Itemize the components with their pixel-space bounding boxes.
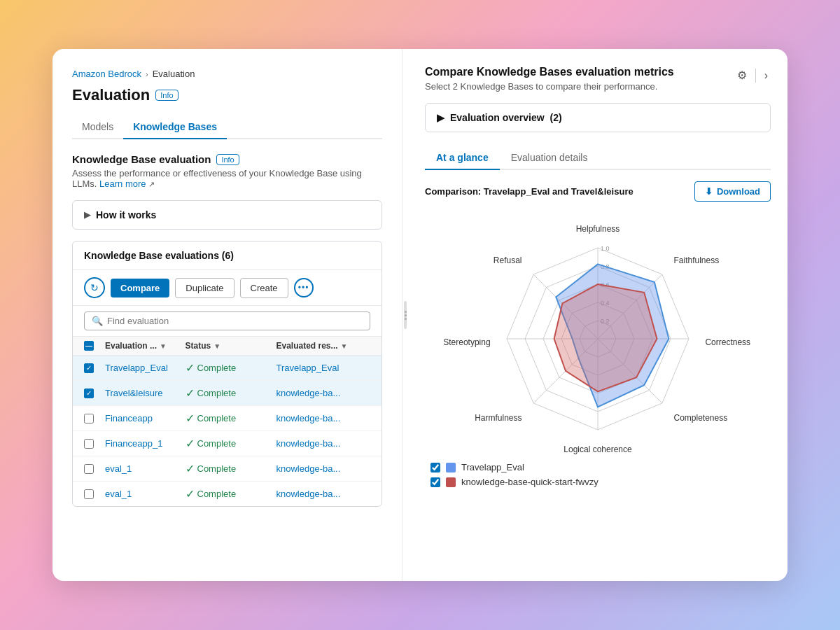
svg-text:Logical coherence: Logical coherence — [564, 444, 632, 454]
comparison-label: Comparison: Travelapp_Eval and Travel&le… — [425, 186, 634, 197]
col-status-label: Status — [186, 341, 211, 351]
page-title-area: Evaluation Info — [72, 86, 382, 104]
refresh-button[interactable]: ↻ — [84, 277, 105, 298]
search-icon: 🔍 — [92, 316, 103, 326]
breadcrumb-parent[interactable]: Amazon Bedrock — [72, 69, 141, 79]
right-panel-subtitle: Select 2 Knowledge Bases to compare thei… — [425, 81, 674, 92]
table-row: ✓ Travelapp_Eval ✓ Complete Travelapp_Ev… — [73, 356, 382, 381]
row-1-checkbox[interactable]: ✓ — [84, 363, 94, 373]
legend-item-1: Travelapp_Eval — [430, 462, 771, 472]
create-button[interactable]: Create — [240, 278, 288, 298]
row-2-name[interactable]: Travel&leisure — [105, 388, 186, 398]
sub-tab-eval-details[interactable]: Evaluation details — [500, 146, 599, 170]
legend-1-color — [446, 463, 456, 472]
row-5-name[interactable]: eval_1 — [105, 463, 186, 474]
row-5-checkbox[interactable] — [84, 464, 94, 474]
duplicate-button[interactable]: Duplicate — [175, 278, 234, 298]
right-actions: ⚙ › — [734, 66, 771, 85]
table-row: Financeapp_1 ✓ Complete knowledge-ba... — [73, 431, 382, 456]
eval-overview-toggle[interactable]: ▶ Evaluation overview (2) — [425, 103, 771, 132]
svg-text:Refusal: Refusal — [493, 255, 522, 265]
evaluations-box: Knowledge Base evaluations (6) ↻ Compare… — [72, 241, 382, 507]
row-4-status-text: Complete — [197, 438, 237, 449]
svg-text:Faithfulness: Faithfulness — [673, 255, 719, 265]
row-6-name[interactable]: eval_1 — [105, 489, 186, 499]
overview-arrow-icon: ▶ — [437, 112, 444, 123]
kb-section-title: Knowledge Base evaluation Info — [72, 153, 382, 165]
radar-chart-container: 0.20.40.60.81.0HelpfulnessFaithfulnessCo… — [425, 213, 771, 451]
how-it-works-toggle[interactable]: ▶ How it works — [72, 200, 382, 230]
row-4-status: ✓ Complete — [186, 437, 276, 450]
eval-overview-label: Evaluation overview — [450, 112, 545, 123]
external-link-icon: ↗ — [148, 180, 155, 188]
col-header-resource: Evaluated res... ▼ — [276, 341, 357, 351]
row-3-status: ✓ Complete — [186, 412, 276, 425]
kb-section-desc: Assess the performance or effectiveness … — [72, 168, 382, 189]
col-resource-label: Evaluated res... — [276, 341, 338, 351]
svg-text:Helpfulness: Helpfulness — [576, 224, 620, 234]
row-4-checkbox[interactable] — [84, 439, 94, 449]
download-label: Download — [717, 186, 760, 197]
row-2-resource[interactable]: knowledge-ba... — [276, 388, 357, 398]
right-header-text: Compare Knowledge Bases evaluation metri… — [425, 66, 674, 92]
col-sort-status[interactable]: ▼ — [214, 342, 220, 350]
info-badge[interactable]: Info — [155, 90, 178, 101]
page-title: Evaluation — [72, 86, 150, 104]
col-header-status: Status ▼ — [186, 341, 276, 351]
row-6-status-icon: ✓ — [186, 487, 195, 500]
row-4-status-icon: ✓ — [186, 437, 195, 450]
row-4-resource[interactable]: knowledge-ba... — [276, 438, 357, 449]
row-1-name[interactable]: Travelapp_Eval — [105, 363, 186, 373]
search-box: 🔍 — [73, 306, 382, 337]
eval-actions: ↻ Compare Duplicate Create ••• — [73, 270, 382, 306]
svg-text:Stereotyping: Stereotyping — [443, 337, 490, 347]
svg-text:Correctness: Correctness — [705, 337, 750, 347]
tab-models[interactable]: Models — [72, 115, 123, 139]
legend: Travelapp_Eval knowledge-base-quick-star… — [425, 462, 771, 487]
row-5-resource[interactable]: knowledge-ba... — [276, 463, 357, 474]
learn-more-link[interactable]: Learn more — [99, 178, 146, 189]
kb-info-badge[interactable]: Info — [216, 154, 239, 165]
more-icon: ••• — [298, 283, 309, 293]
row-1-status: ✓ Complete — [186, 361, 276, 374]
legend-2-checkbox[interactable] — [430, 477, 440, 487]
evaluations-header: Knowledge Base evaluations (6) — [73, 241, 382, 270]
action-divider — [755, 69, 756, 83]
legend-2-color — [446, 477, 456, 487]
more-options-button[interactable]: ••• — [294, 278, 314, 298]
main-tabs: Models Knowledge Bases — [72, 115, 382, 139]
col-sort-name[interactable]: ▼ — [160, 342, 167, 350]
compare-button[interactable]: Compare — [111, 279, 169, 298]
row-6-checkbox[interactable] — [84, 489, 94, 499]
col-sort-resource[interactable]: ▼ — [341, 342, 348, 350]
legend-1-checkbox[interactable] — [430, 463, 440, 472]
eval-overview-count: (2) — [550, 112, 562, 123]
legend-item-2: knowledge-base-quick-start-fwvzy — [430, 477, 771, 487]
search-input[interactable] — [107, 316, 363, 326]
row-5-status-text: Complete — [197, 463, 237, 474]
row-4-name[interactable]: Financeapp_1 — [105, 438, 186, 449]
row-2-status-icon: ✓ — [186, 386, 195, 400]
panel-divider[interactable] — [402, 49, 408, 581]
table-row: eval_1 ✓ Complete knowledge-ba... — [73, 482, 382, 506]
row-1-resource[interactable]: Travelapp_Eval — [276, 363, 357, 373]
row-3-checkbox[interactable] — [84, 414, 94, 424]
download-button[interactable]: ⬇ Download — [694, 181, 771, 202]
tab-knowledge-bases[interactable]: Knowledge Bases — [123, 115, 227, 139]
legend-2-label: knowledge-base-quick-start-fwvzy — [461, 477, 598, 487]
expand-button[interactable]: › — [762, 66, 771, 85]
how-it-works-label: How it works — [96, 209, 156, 220]
row-2-checkbox[interactable]: ✓ — [84, 388, 94, 398]
sub-tab-at-a-glance[interactable]: At a glance — [425, 146, 500, 170]
breadcrumb-separator: › — [146, 70, 148, 78]
settings-icon: ⚙ — [737, 69, 747, 81]
row-6-status: ✓ Complete — [186, 487, 276, 500]
settings-button[interactable]: ⚙ — [734, 66, 750, 85]
chevron-right-icon: › — [764, 69, 768, 81]
select-all-checkbox[interactable]: — — [84, 341, 94, 351]
row-3-name[interactable]: Financeapp — [105, 413, 186, 424]
table-row: Financeapp ✓ Complete knowledge-ba... — [73, 406, 382, 431]
row-6-resource[interactable]: knowledge-ba... — [276, 489, 357, 499]
table-row: ✓ Travel&leisure ✓ Complete knowledge-ba… — [73, 381, 382, 406]
row-3-resource[interactable]: knowledge-ba... — [276, 413, 357, 424]
